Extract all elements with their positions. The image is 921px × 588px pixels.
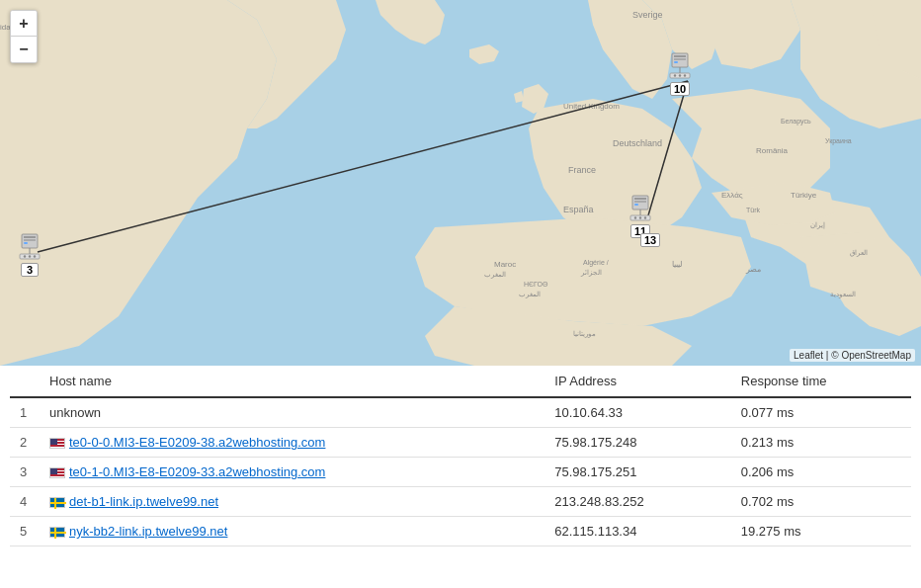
- row-hostname: unknown: [40, 397, 544, 428]
- row-num: 2: [10, 428, 40, 458]
- svg-text:ليبيا: ليبيا: [672, 260, 682, 269]
- col-ip: IP Address: [544, 366, 730, 397]
- svg-text:Украина: Украина: [825, 137, 852, 145]
- svg-rect-49: [634, 204, 638, 206]
- zoom-in-button[interactable]: +: [11, 11, 37, 37]
- svg-point-52: [634, 216, 636, 218]
- row-hostname[interactable]: det-b1-link.ip.twelve99.net: [40, 487, 544, 517]
- host-link[interactable]: nyk-bb2-link.ip.twelve99.net: [69, 524, 227, 539]
- svg-text:Türk: Türk: [746, 207, 761, 213]
- svg-point-34: [24, 255, 26, 257]
- svg-text:Ελλάς: Ελλάς: [721, 191, 743, 200]
- zoom-out-button[interactable]: −: [11, 37, 37, 62]
- network-node-3: 3: [14, 232, 45, 277]
- row-ip: 10.10.64.33: [544, 397, 730, 428]
- row-num: 4: [10, 487, 40, 517]
- svg-text:Algérie /: Algérie /: [583, 259, 609, 267]
- row-ip: 62.115.113.34: [544, 517, 730, 546]
- svg-text:España: España: [563, 205, 594, 214]
- row-hostname[interactable]: te0-1-0.MI3-E8-E0209-33.a2webhosting.com: [40, 458, 544, 487]
- svg-text:المغرب: المغرب: [519, 291, 541, 298]
- svg-text:موريتانيا: موريتانيا: [573, 330, 596, 338]
- row-response: 0.206 ms: [731, 458, 911, 487]
- network-node-13: 13: [640, 232, 660, 247]
- table-row: 5nyk-bb2-link.ip.twelve99.net62.115.113.…: [10, 517, 911, 546]
- svg-text:Sverige: Sverige: [632, 10, 663, 20]
- svg-rect-39: [674, 58, 686, 60]
- table-header-row: Host name IP Address Response time: [10, 366, 911, 397]
- svg-text:العراق: العراق: [850, 249, 868, 257]
- map-container: Sverige United Kingdom Deutschland Franc…: [0, 0, 921, 366]
- row-hostname[interactable]: nyk-bb2-link.ip.twelve99.net: [40, 517, 544, 546]
- svg-text:Türkiye: Türkiye: [791, 191, 817, 200]
- zoom-controls: + −: [10, 10, 38, 63]
- row-ip: 75.98.175.248: [544, 428, 730, 458]
- svg-text:Maroc: Maroc: [494, 260, 516, 269]
- flag-icon-se: [49, 497, 65, 508]
- svg-rect-29: [24, 236, 36, 238]
- host-link[interactable]: te0-0-0.MI3-E8-E0209-38.a2webhosting.com: [69, 435, 325, 450]
- svg-rect-47: [634, 198, 646, 200]
- row-response: 0.077 ms: [731, 397, 911, 428]
- svg-rect-31: [24, 242, 28, 244]
- table-row: 2te0-0-0.MI3-E8-E0209-38.a2webhosting.co…: [10, 428, 911, 458]
- svg-text:Deutschland: Deutschland: [613, 138, 662, 148]
- row-response: 0.213 ms: [731, 428, 911, 458]
- svg-point-36: [34, 255, 36, 257]
- row-num: 1: [10, 397, 40, 428]
- svg-text:România: România: [756, 146, 789, 155]
- svg-text:مصر: مصر: [745, 265, 761, 274]
- svg-text:Беларусь: Беларусь: [781, 118, 811, 126]
- row-num: 5: [10, 517, 40, 546]
- col-hostname: Host name: [40, 366, 544, 397]
- table-row: 4det-b1-link.ip.twelve99.net213.248.83.2…: [10, 487, 911, 517]
- flag-icon-us: [49, 467, 65, 478]
- host-link[interactable]: det-b1-link.ip.twelve99.net: [69, 494, 218, 509]
- flag-icon-se: [49, 527, 65, 538]
- table-section: Host name IP Address Response time 1unkn…: [0, 366, 921, 546]
- host-text: unknown: [49, 405, 101, 420]
- svg-rect-48: [634, 201, 646, 203]
- host-link[interactable]: te0-1-0.MI3-E8-E0209-33.a2webhosting.com: [69, 464, 325, 479]
- svg-point-45: [684, 74, 686, 76]
- svg-rect-30: [24, 239, 36, 241]
- row-response: 0.702 ms: [731, 487, 911, 517]
- col-num: [10, 366, 40, 397]
- row-response: 19.275 ms: [731, 517, 911, 546]
- svg-text:НЄГОΘ: НЄГОΘ: [524, 281, 548, 288]
- svg-point-54: [644, 216, 646, 218]
- network-node-10: 10: [664, 51, 696, 96]
- row-num: 3: [10, 458, 40, 487]
- svg-point-44: [679, 74, 681, 76]
- svg-text:الجزائر: الجزائر: [580, 269, 602, 277]
- flag-icon-us: [49, 438, 65, 449]
- row-ip: 213.248.83.252: [544, 487, 730, 517]
- svg-text:France: France: [568, 165, 596, 175]
- svg-point-43: [674, 74, 676, 76]
- col-response: Response time: [731, 366, 911, 397]
- svg-point-53: [639, 216, 641, 218]
- row-ip: 75.98.175.251: [544, 458, 730, 487]
- table-row: 1unknown10.10.64.330.077 ms: [10, 397, 911, 428]
- svg-text:السعودية: السعودية: [830, 291, 856, 298]
- svg-text:إيران: إيران: [810, 221, 825, 229]
- row-hostname[interactable]: te0-0-0.MI3-E8-E0209-38.a2webhosting.com: [40, 428, 544, 458]
- svg-text:المغرب: المغرب: [484, 271, 506, 279]
- svg-rect-40: [674, 61, 678, 63]
- map-attribution: Leaflet | © OpenStreetMap: [790, 349, 915, 362]
- table-row: 3te0-1-0.MI3-E8-E0209-33.a2webhosting.co…: [10, 458, 911, 487]
- svg-rect-38: [674, 55, 686, 57]
- table-body: 1unknown10.10.64.330.077 ms2te0-0-0.MI3-…: [10, 397, 911, 546]
- svg-text:United Kingdom: United Kingdom: [563, 102, 620, 111]
- traceroute-table: Host name IP Address Response time 1unkn…: [10, 366, 911, 546]
- svg-point-35: [29, 255, 31, 257]
